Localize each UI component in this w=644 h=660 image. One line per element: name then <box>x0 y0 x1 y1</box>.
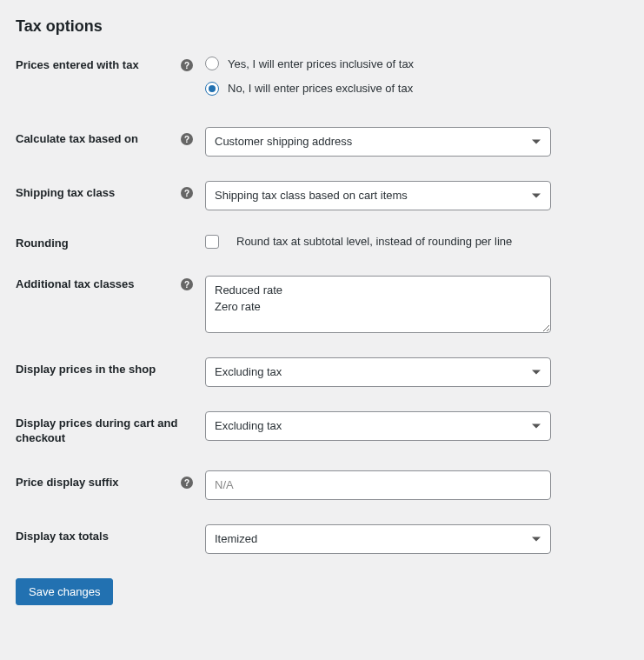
prices-inclusive-label: Yes, I will enter prices inclusive of ta… <box>228 57 414 70</box>
help-icon[interactable]: ? <box>181 477 193 489</box>
additional-classes-textarea[interactable] <box>205 276 551 333</box>
shipping-tax-class-select-wrap: Shipping tax class based on cart items <box>205 181 551 210</box>
additional-classes-label: Additional tax classes <box>16 277 135 292</box>
prices-exclusive-radio[interactable] <box>205 82 219 96</box>
display-totals-select-wrap: Itemized <box>205 524 551 554</box>
prices-inclusive-radio[interactable] <box>205 57 219 70</box>
help-icon[interactable]: ? <box>181 59 193 71</box>
help-icon[interactable]: ? <box>181 278 193 290</box>
display-shop-select[interactable]: Excluding tax <box>205 357 551 387</box>
help-icon[interactable]: ? <box>181 133 193 145</box>
shipping-tax-class-select[interactable]: Shipping tax class based on cart items <box>205 181 551 210</box>
calculate-tax-label: Calculate tax based on <box>16 132 138 147</box>
help-icon[interactable]: ? <box>181 187 193 199</box>
prices-inclusive-option[interactable]: Yes, I will enter prices inclusive of ta… <box>205 57 414 70</box>
display-cart-label: Display prices during cart and checkout <box>16 417 181 446</box>
price-suffix-input[interactable] <box>205 470 551 500</box>
display-totals-select[interactable]: Itemized <box>205 524 551 554</box>
display-cart-select-wrap: Excluding tax <box>205 411 551 441</box>
rounding-checkbox[interactable] <box>205 235 219 249</box>
prices-exclusive-label: No, I will enter prices exclusive of tax <box>228 82 413 95</box>
display-shop-label: Display prices in the shop <box>16 363 156 377</box>
prices-entered-label: Prices entered with tax <box>16 58 139 73</box>
shipping-tax-class-label: Shipping tax class <box>16 186 115 201</box>
price-suffix-label: Price display suffix <box>16 476 119 490</box>
page-title: Tax options <box>16 17 628 36</box>
rounding-label: Rounding <box>16 237 69 251</box>
display-cart-select[interactable]: Excluding tax <box>205 411 551 441</box>
display-totals-label: Display tax totals <box>16 530 109 544</box>
display-shop-select-wrap: Excluding tax <box>205 357 551 387</box>
rounding-check-label: Round tax at subtotal level, instead of … <box>236 235 512 248</box>
calculate-tax-select-wrap: Customer shipping address <box>205 127 551 157</box>
rounding-option[interactable]: Round tax at subtotal level, instead of … <box>205 235 512 249</box>
prices-exclusive-option[interactable]: No, I will enter prices exclusive of tax <box>205 82 413 96</box>
save-button[interactable]: Save changes <box>16 578 113 605</box>
calculate-tax-select[interactable]: Customer shipping address <box>205 127 551 157</box>
